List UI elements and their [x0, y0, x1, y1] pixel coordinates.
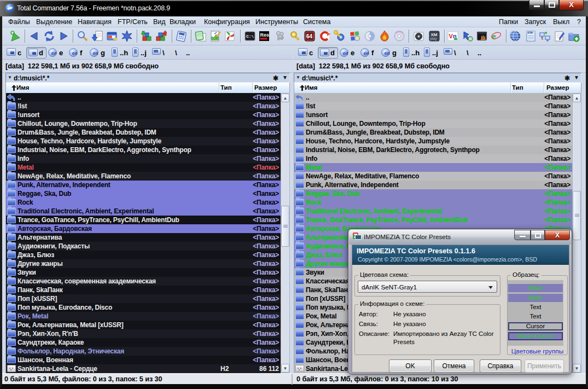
svg-text:C:\: C:\ — [246, 34, 254, 39]
svg-text:64: 64 — [306, 33, 313, 39]
svg-text:play: play — [430, 37, 438, 41]
svg-text:Res: Res — [260, 32, 269, 38]
svg-text:FTP: FTP — [528, 31, 533, 34]
